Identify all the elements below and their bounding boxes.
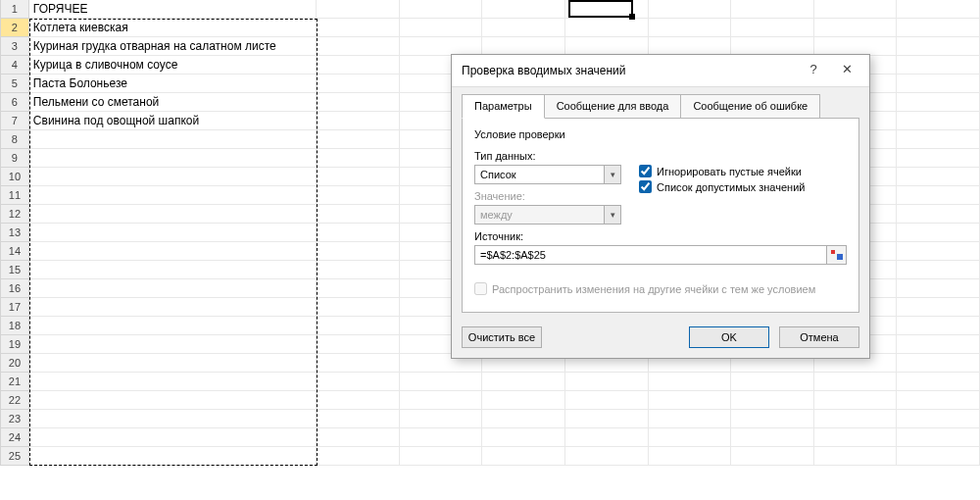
cell[interactable] [29, 186, 317, 205]
cell[interactable] [565, 391, 649, 410]
row-header[interactable]: 19 [0, 335, 29, 354]
row-header[interactable]: 12 [0, 205, 29, 224]
row-header[interactable]: 13 [0, 224, 29, 242]
row-header[interactable]: 20 [0, 354, 29, 373]
cell[interactable] [317, 149, 400, 168]
cell[interactable] [897, 19, 980, 37]
cell[interactable] [897, 93, 980, 112]
row-header[interactable]: 5 [0, 75, 29, 93]
row-header[interactable]: 1 [0, 0, 29, 19]
cell[interactable] [400, 410, 483, 428]
cell[interactable] [482, 410, 565, 428]
row-header[interactable]: 10 [0, 168, 29, 186]
cell[interactable] [29, 391, 317, 410]
cell[interactable] [317, 112, 400, 130]
cell[interactable] [897, 224, 980, 242]
clear-all-button[interactable]: Очистить все [462, 326, 542, 348]
cell[interactable] [317, 75, 400, 93]
row-header[interactable]: 3 [0, 37, 29, 56]
cell[interactable] [482, 19, 565, 37]
cell[interactable] [482, 428, 565, 447]
active-cell[interactable] [568, 0, 633, 18]
cell[interactable]: Свинина под овощной шапкой [29, 112, 317, 130]
ok-button[interactable]: OK [689, 326, 769, 348]
cell[interactable] [317, 205, 400, 224]
row-header[interactable]: 15 [0, 261, 29, 279]
cell[interactable] [731, 447, 814, 466]
cell[interactable] [649, 19, 732, 37]
cell[interactable] [29, 317, 317, 335]
cell[interactable] [29, 354, 317, 373]
cell[interactable] [814, 0, 898, 19]
cell[interactable] [897, 242, 980, 261]
cell[interactable] [317, 186, 400, 205]
cell[interactable] [317, 37, 400, 56]
cell[interactable]: Паста Болоньезе [29, 75, 317, 93]
cell[interactable]: Куриная грудка отварная на салатном лист… [29, 37, 317, 56]
cell[interactable] [897, 373, 980, 391]
cell[interactable] [897, 261, 980, 279]
row-header[interactable]: 23 [0, 410, 29, 428]
row-header[interactable]: 2 [0, 19, 29, 37]
cell[interactable] [400, 428, 483, 447]
row-header[interactable]: 22 [0, 391, 29, 410]
cell[interactable] [317, 428, 400, 447]
cell[interactable] [400, 19, 483, 37]
cell[interactable] [317, 279, 400, 298]
cell[interactable] [897, 0, 980, 19]
cell[interactable] [29, 410, 317, 428]
cell[interactable] [897, 447, 980, 466]
cell[interactable] [317, 168, 400, 186]
row-header[interactable]: 16 [0, 279, 29, 298]
cell[interactable] [565, 410, 649, 428]
row-header[interactable]: 11 [0, 186, 29, 205]
row-header[interactable]: 6 [0, 93, 29, 112]
cell[interactable] [317, 447, 400, 466]
cell[interactable] [731, 19, 814, 37]
cell[interactable] [29, 373, 317, 391]
cell[interactable] [317, 373, 400, 391]
cell[interactable] [814, 391, 898, 410]
cell[interactable] [482, 0, 565, 19]
cell[interactable] [897, 410, 980, 428]
row-header[interactable]: 17 [0, 298, 29, 317]
row-header[interactable]: 18 [0, 317, 29, 335]
cell[interactable] [317, 261, 400, 279]
cell[interactable] [317, 242, 400, 261]
cell[interactable] [29, 224, 317, 242]
row-header[interactable]: 9 [0, 149, 29, 168]
row-header[interactable]: 8 [0, 130, 29, 149]
cell[interactable] [897, 168, 980, 186]
cell[interactable] [897, 298, 980, 317]
cell[interactable] [814, 373, 898, 391]
cell[interactable] [649, 373, 732, 391]
cell[interactable] [317, 130, 400, 149]
cell[interactable] [29, 428, 317, 447]
row-header[interactable]: 25 [0, 447, 29, 466]
cell[interactable] [897, 354, 980, 373]
cell[interactable] [29, 447, 317, 466]
cell[interactable] [565, 447, 649, 466]
cell[interactable] [482, 373, 565, 391]
cell[interactable] [317, 410, 400, 428]
cell[interactable] [29, 261, 317, 279]
cell[interactable] [897, 112, 980, 130]
cell[interactable] [317, 224, 400, 242]
cell[interactable] [29, 298, 317, 317]
type-select[interactable]: Список ▾ [474, 165, 621, 184]
cell[interactable] [731, 428, 814, 447]
cell[interactable] [29, 168, 317, 186]
cell[interactable] [897, 75, 980, 93]
row-header[interactable]: 7 [0, 112, 29, 130]
cell[interactable] [400, 391, 483, 410]
dialog-titlebar[interactable]: Проверка вводимых значений ? ✕ [452, 55, 869, 87]
in-cell-dropdown-checkbox[interactable]: Список допустимых значений [639, 180, 805, 193]
cell[interactable] [317, 391, 400, 410]
cancel-button[interactable]: Отмена [779, 326, 859, 348]
cell[interactable] [814, 410, 898, 428]
cell[interactable] [482, 391, 565, 410]
cell[interactable] [897, 149, 980, 168]
cell[interactable] [897, 335, 980, 354]
close-button[interactable]: ✕ [830, 61, 863, 80]
cell[interactable] [897, 428, 980, 447]
